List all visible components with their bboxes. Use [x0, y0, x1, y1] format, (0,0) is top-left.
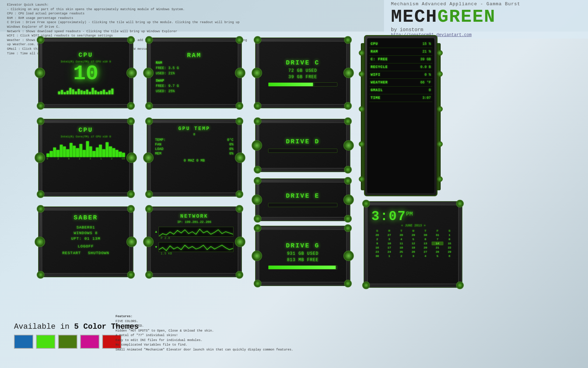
- corner-tr: [344, 224, 352, 232]
- bar: [69, 88, 71, 94]
- cal-day: 3: [383, 237, 395, 241]
- cal-day: 29: [407, 233, 419, 237]
- swatch-lime: [36, 335, 55, 349]
- side-panel-value: 0 %: [425, 73, 431, 77]
- drive-d-inner: DRIVE D: [259, 122, 347, 169]
- corner-tl: [145, 117, 153, 125]
- gpu-temp-zero: 0: [193, 133, 195, 136]
- cpu1-title: CPU: [78, 52, 93, 59]
- cal-day: 13: [420, 241, 431, 245]
- cal-day-header: T: [420, 229, 431, 233]
- corner-tr: [344, 36, 352, 44]
- gpu-inner: GPU TEMP 0 TEMP: 0°C FAN 0% LOAD 0% MEM …: [150, 122, 238, 193]
- cal-day: 6: [420, 237, 431, 241]
- cal-day: 15: [444, 241, 455, 245]
- corner-br: [344, 166, 352, 173]
- swatch-pink: [80, 335, 99, 349]
- gpu-temp-widget[interactable]: GPU TEMP 0 TEMP: 0°C FAN 0% LOAD 0% MEM …: [147, 119, 241, 196]
- ram-widget[interactable]: RAM RAM FREE: 3.5 G USED: 21% SWAP FREE:…: [147, 38, 241, 108]
- side-panel-value: 15 %: [422, 42, 431, 46]
- rail-bolt-r: [437, 50, 443, 56]
- side-panel-row[interactable]: RAM 21 %: [369, 48, 432, 56]
- feature-item: FIVE COLORS.: [115, 319, 293, 324]
- gpu-fan-val: 0%: [229, 143, 233, 146]
- bolt-left: [35, 237, 45, 247]
- cal-day: 17: [383, 246, 395, 250]
- side-panel-row[interactable]: C: FREE 39 GB: [369, 56, 432, 63]
- cal-day: 4: [396, 237, 407, 241]
- bolt-left: [252, 68, 262, 78]
- drive-d-title: DRIVE D: [286, 138, 320, 145]
- ram-label: RAM: [156, 60, 233, 66]
- side-panel-row[interactable]: TIME 3:07: [369, 94, 432, 102]
- corner-tl: [254, 224, 261, 232]
- bar: [66, 91, 69, 94]
- network-ip: IP: 199.201.22.206: [177, 220, 211, 224]
- saber-shutdown[interactable]: SHUTDOWN: [88, 251, 109, 255]
- bar: [86, 90, 88, 94]
- side-panel-row[interactable]: GMAIL 0: [369, 87, 432, 94]
- download-val: 1.5 KB: [161, 252, 233, 255]
- cpu1-value: 10: [73, 63, 98, 84]
- saber-restart[interactable]: RESTART: [62, 251, 81, 255]
- upload-graph: [159, 227, 233, 237]
- side-panel[interactable]: CPU 15 % RAM 21 % C: FREE 39 GB RECYCLE …: [364, 35, 438, 196]
- rail-bolt: [359, 176, 364, 182]
- brand-logo: MECHGREEN: [391, 8, 581, 26]
- side-panel-row[interactable]: RECYCLE 0.0 B: [369, 63, 432, 71]
- side-panel-label: WEATHER: [371, 81, 388, 84]
- drive-g-bar: [268, 265, 337, 270]
- corner-bl: [145, 190, 153, 198]
- bolt-left: [143, 237, 154, 247]
- side-panel-value: 66 °F: [420, 81, 431, 84]
- corner-bl: [254, 215, 261, 223]
- cal-day: 8: [444, 237, 455, 241]
- side-panel-label: RECYCLE: [371, 65, 388, 69]
- brand-subtitle: Mechanism Advanced Appliance - Gamma Bur…: [391, 1, 581, 7]
- cal-day: 26: [371, 233, 383, 237]
- corner-tr: [127, 117, 135, 125]
- cal-day: 30: [420, 233, 431, 237]
- bolt-right: [126, 152, 137, 163]
- bolt-left: [35, 68, 45, 78]
- brand-section: Mechanism Advanced Appliance - Gamma Bur…: [384, 0, 588, 39]
- drive-g-widget[interactable]: DRIVE G 931 GB USED 813 MB FREE: [255, 226, 350, 286]
- drive-c-widget[interactable]: DRIVE C 72 GB USED 39 GB FREE: [255, 38, 350, 108]
- cpu-widget-1[interactable]: CPU Intel(R) Core(TM) i7 CPU x10 9 10: [38, 38, 133, 108]
- bar: [103, 90, 105, 94]
- corner-tl: [145, 36, 153, 44]
- cpu2-title: CPU: [78, 127, 93, 134]
- side-panel-row[interactable]: WIFI 0 %: [369, 71, 432, 79]
- side-panel-inner: CPU 15 % RAM 21 % C: FREE 39 GB RECYCLE …: [367, 38, 434, 193]
- gpu-load-val: 0%: [229, 147, 233, 151]
- cal-day: 30: [371, 254, 383, 258]
- drive-e-bar: [268, 203, 337, 207]
- bolt-right: [235, 152, 245, 163]
- side-panel-row[interactable]: CPU 15 %: [369, 40, 432, 48]
- ram-title: RAM: [187, 52, 201, 59]
- bar: [64, 92, 66, 94]
- gpu-load-row: LOAD 0%: [154, 147, 235, 151]
- gpu-temp-row: TEMP: 0°C: [154, 138, 235, 142]
- corner-tl: [145, 205, 153, 213]
- saber-widget[interactable]: SABER SABER01 WINDOWS 8 UPT: 01 13M LOGO…: [38, 207, 133, 277]
- elevator-line5: C Drive : Drive Free space (approximatel…: [7, 21, 239, 29]
- drive-e-widget[interactable]: DRIVE E: [255, 179, 350, 221]
- corner-bl: [145, 102, 153, 110]
- features-title: Features:: [115, 314, 293, 319]
- drive-g-free: 813 MB FREE: [287, 257, 318, 263]
- cal-day: 25: [396, 250, 407, 254]
- drive-d-widget[interactable]: DRIVE D: [255, 119, 350, 172]
- saber-row: RESTART SHUTDOWN: [62, 250, 109, 256]
- drive-d-bar: [268, 149, 337, 153]
- corner-tr: [344, 117, 352, 125]
- side-panel-label: GMAIL: [371, 88, 383, 92]
- side-panel-row[interactable]: WEATHER 66 °F: [369, 79, 432, 87]
- cpu-widget-2[interactable]: CPU Intel(R) Core(TM) i7 CPU x10 9: [38, 119, 133, 196]
- download-graph: [159, 242, 233, 252]
- download-arrow: ▼: [155, 245, 157, 249]
- network-widget[interactable]: NETWORK IP: 199.201.22.206 ▲ P 2.0 ▼: [147, 207, 241, 277]
- elevator-line3: CPU : CPU load actual percentage readout…: [7, 12, 84, 15]
- clock-inner: 3:07 PM « JUNE 2013 » SMTWTFS26272829303…: [367, 205, 459, 284]
- clock-widget[interactable]: 3:07 PM « JUNE 2013 » SMTWTFS26272829303…: [364, 202, 462, 287]
